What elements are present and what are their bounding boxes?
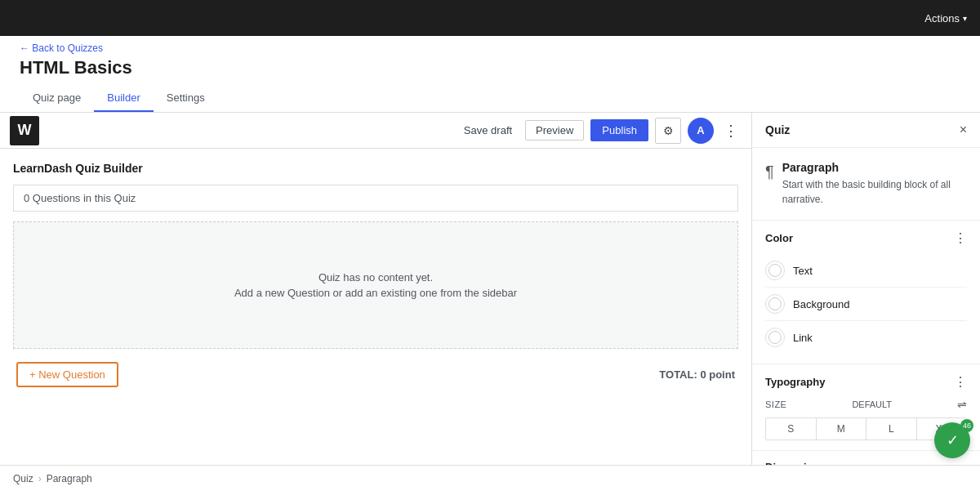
- block-title: Paragraph: [782, 161, 967, 174]
- top-bar: Actions ▾: [0, 0, 980, 36]
- quiz-builder: LearnDash Quiz Builder 0 Questions in th…: [0, 149, 751, 491]
- size-m-button[interactable]: M: [817, 418, 867, 440]
- size-default-value: DEFAULT: [852, 399, 892, 409]
- editor-area: W Save draft Preview Publish ⚙ A ⋮ Learn…: [0, 113, 980, 491]
- toolbar-left: W: [10, 116, 39, 145]
- sidebar-close-button[interactable]: ×: [960, 123, 967, 137]
- save-draft-button[interactable]: Save draft: [457, 121, 519, 140]
- toolbar-right: Save draft Preview Publish ⚙ A ⋮: [457, 118, 742, 144]
- breadcrumb-bar: Quiz › Paragraph: [0, 465, 980, 491]
- typography-more-button[interactable]: ⋮: [954, 374, 967, 390]
- breadcrumb-paragraph[interactable]: Paragraph: [47, 473, 92, 484]
- link-color-swatch[interactable]: [765, 328, 785, 347]
- color-section-header: Color ⋮: [765, 230, 967, 246]
- typography-title: Typography: [765, 376, 825, 388]
- color-section-title: Color: [765, 232, 793, 244]
- preview-button[interactable]: Preview: [525, 120, 584, 141]
- floating-save-button[interactable]: ✓ 46: [934, 422, 970, 458]
- questions-count: 0 Questions in this Quiz: [13, 185, 738, 212]
- sidebar-header: Quiz ×: [752, 113, 980, 148]
- publish-button[interactable]: Publish: [590, 119, 648, 141]
- background-color-swatch[interactable]: [765, 294, 785, 314]
- block-icon-row: ¶ Paragraph Start with the basic buildin…: [765, 161, 967, 207]
- quiz-footer: + New Question TOTAL: 0 point: [13, 362, 738, 387]
- color-circle-inner-link: [768, 331, 782, 344]
- empty-text: Quiz has no content yet.: [30, 271, 721, 283]
- chevron-down-icon: ▾: [963, 14, 967, 23]
- size-label: SIZE: [765, 399, 786, 409]
- color-circle-inner-bg: [768, 297, 782, 310]
- actions-menu[interactable]: Actions ▾: [924, 12, 967, 25]
- tab-quiz-page[interactable]: Quiz page: [20, 85, 94, 112]
- paragraph-icon: ¶: [765, 163, 774, 181]
- user-avatar-button[interactable]: A: [688, 118, 714, 144]
- quiz-builder-title: LearnDash Quiz Builder: [13, 162, 738, 175]
- settings-icon-button[interactable]: ⚙: [655, 118, 681, 144]
- gear-icon: ⚙: [663, 124, 674, 137]
- actions-label: Actions: [924, 12, 960, 25]
- page-header: ← Back to Quizzes HTML Basics Quiz page …: [0, 36, 980, 113]
- sidebar-title: Quiz: [765, 123, 790, 136]
- quiz-empty-area: Quiz has no content yet. Add a new Quest…: [13, 221, 738, 349]
- editor-main: W Save draft Preview Publish ⚙ A ⋮ Learn…: [0, 113, 751, 491]
- back-to-quizzes-link[interactable]: ← Back to Quizzes: [20, 42, 960, 54]
- block-info: Paragraph Start with the basic building …: [782, 161, 967, 207]
- sidebar-block-info: ¶ Paragraph Start with the basic buildin…: [752, 148, 980, 221]
- new-question-button[interactable]: + New Question: [16, 362, 118, 387]
- editor-toolbar: W Save draft Preview Publish ⚙ A ⋮: [0, 113, 751, 149]
- text-color-label: Text: [793, 265, 813, 277]
- wp-logo: W: [10, 116, 39, 145]
- tab-builder[interactable]: Builder: [94, 85, 153, 112]
- breadcrumb-separator: ›: [38, 473, 42, 484]
- tab-bar: Quiz page Builder Settings: [20, 85, 960, 112]
- size-l-button[interactable]: L: [866, 418, 917, 440]
- color-circle-inner: [768, 264, 782, 277]
- color-text-item: Text: [765, 254, 967, 288]
- more-options-button[interactable]: ⋮: [720, 118, 742, 143]
- color-background-item: Background: [765, 288, 967, 321]
- link-color-label: Link: [793, 332, 813, 344]
- typography-header: Typography ⋮: [765, 374, 967, 390]
- block-description: Start with the basic building block of a…: [782, 177, 967, 207]
- text-color-swatch[interactable]: [765, 261, 785, 280]
- color-more-button[interactable]: ⋮: [954, 230, 967, 246]
- tab-settings[interactable]: Settings: [154, 85, 218, 112]
- checkmark-icon: ✓: [947, 431, 959, 449]
- total-points-label: TOTAL: 0 point: [659, 368, 735, 381]
- color-link-item: Link: [765, 321, 967, 354]
- filter-icon: ⇌: [957, 398, 967, 411]
- save-count-badge: 46: [960, 419, 973, 432]
- color-section: Color ⋮ Text Background Link: [752, 221, 980, 364]
- breadcrumb-quiz[interactable]: Quiz: [13, 473, 33, 484]
- empty-sub-text: Add a new Question or add an existing on…: [30, 287, 721, 299]
- page-title: HTML Basics: [20, 57, 960, 78]
- size-s-button[interactable]: S: [766, 418, 817, 440]
- size-row: SIZE DEFAULT ⇌: [765, 398, 967, 411]
- background-color-label: Background: [793, 298, 849, 310]
